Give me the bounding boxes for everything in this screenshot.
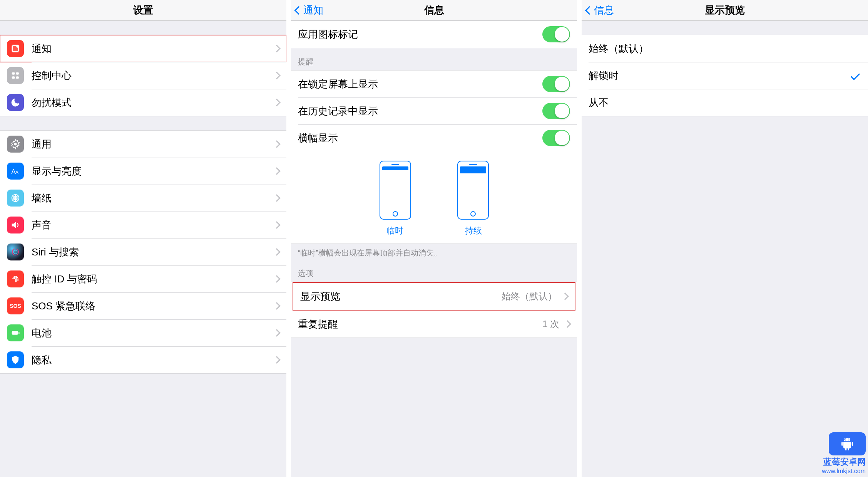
row-siri[interactable]: Siri 与搜索 xyxy=(0,238,286,265)
row-label: 触控 ID 与密码 xyxy=(32,272,97,286)
row-label: 控制中心 xyxy=(32,69,72,82)
svg-rect-15 xyxy=(18,332,19,334)
row-display[interactable]: AA 显示与亮度 xyxy=(0,158,286,185)
watermark-logo-icon xyxy=(829,432,866,455)
row-label: 通知 xyxy=(32,42,52,55)
back-button[interactable]: 信息 xyxy=(586,0,614,20)
row-label: 在历史记录中显示 xyxy=(298,104,378,118)
svg-point-16 xyxy=(845,440,846,441)
row-label: 始终（默认） xyxy=(589,42,649,55)
row-label: 显示预览 xyxy=(300,290,340,303)
row-history[interactable]: 在历史记录中显示 xyxy=(291,97,577,124)
notifications-icon xyxy=(7,40,24,57)
back-button[interactable]: 通知 xyxy=(296,0,323,20)
nav-bar: 通知 信息 xyxy=(291,0,577,21)
badge-group: 应用图标标记 xyxy=(291,21,577,48)
row-label: 隐私 xyxy=(32,353,52,367)
row-battery[interactable]: 电池 xyxy=(0,319,286,346)
back-label: 信息 xyxy=(594,3,614,17)
row-label: 应用图标标记 xyxy=(298,28,358,41)
chevron-right-icon xyxy=(273,167,281,175)
option-always[interactable]: 始终（默认） xyxy=(582,35,868,62)
row-label: 电池 xyxy=(32,326,52,340)
row-touchid[interactable]: 触控 ID 与密码 xyxy=(0,265,286,292)
dnd-icon xyxy=(7,94,24,111)
chevron-right-icon xyxy=(273,72,281,79)
nav-bar: 设置 xyxy=(0,0,286,21)
chevron-right-icon xyxy=(273,99,281,106)
preview-options-group: 始终（默认） 解锁时 从不 xyxy=(582,35,868,116)
option-never[interactable]: 从不 xyxy=(582,89,868,116)
row-general[interactable]: 通用 xyxy=(0,131,286,158)
row-label: 从不 xyxy=(589,96,609,109)
watermark-url: www.lmkjst.com xyxy=(822,468,866,475)
row-repeat-alert[interactable]: 重复提醒 1 次 xyxy=(291,311,577,338)
svg-rect-14 xyxy=(12,331,18,334)
show-preview-pane: 信息 显示预览 始终（默认） 解锁时 从不 蓝莓安卓网 www.lmkjst.c… xyxy=(577,0,868,477)
chevron-right-icon xyxy=(273,329,281,337)
settings-group-2: 通用 AA 显示与亮度 墙纸 声音 xyxy=(0,130,286,374)
chevron-right-icon xyxy=(273,302,281,310)
row-label: 墙纸 xyxy=(32,191,52,205)
page-title: 信息 xyxy=(424,3,444,17)
row-lockscreen[interactable]: 在锁定屏幕上显示 xyxy=(291,71,577,97)
section-header-alerts: 提醒 xyxy=(291,48,577,70)
touchid-icon xyxy=(7,270,24,287)
toggle-switch[interactable] xyxy=(542,130,570,146)
toggle-switch[interactable] xyxy=(542,76,570,92)
row-label: SOS 紧急联络 xyxy=(32,299,95,313)
privacy-icon xyxy=(7,351,24,368)
banner-temp-label: 临时 xyxy=(386,225,403,237)
row-detail: 始终（默认） xyxy=(502,290,557,302)
row-badge[interactable]: 应用图标标记 xyxy=(291,21,577,48)
row-sounds[interactable]: 声音 xyxy=(0,212,286,238)
chevron-right-icon xyxy=(273,248,281,256)
svg-rect-3 xyxy=(12,72,15,75)
banner-style-preview xyxy=(291,151,577,225)
svg-point-12 xyxy=(12,249,18,255)
settings-pane: 设置 通知 控制中心 勿扰模式 xyxy=(0,0,286,477)
toggle-switch[interactable] xyxy=(542,103,570,119)
svg-rect-5 xyxy=(12,76,15,79)
row-label: 显示与亮度 xyxy=(32,165,82,178)
toggle-switch[interactable] xyxy=(542,26,570,42)
alerts-group: 在锁定屏幕上显示 在历史记录中显示 横幅显示 xyxy=(291,70,577,244)
section-header-options: 选项 xyxy=(291,260,577,282)
row-label: 在锁定屏幕上显示 xyxy=(298,77,378,91)
siri-icon xyxy=(7,244,24,260)
control-center-icon xyxy=(7,67,24,84)
sounds-icon xyxy=(7,217,24,233)
chevron-right-icon xyxy=(273,275,281,283)
row-banner[interactable]: 横幅显示 xyxy=(291,124,577,151)
row-label: 重复提醒 xyxy=(298,317,338,331)
row-dnd[interactable]: 勿扰模式 xyxy=(0,89,286,116)
chevron-right-icon xyxy=(273,194,281,202)
svg-text:A: A xyxy=(12,168,16,175)
row-notifications[interactable]: 通知 xyxy=(0,35,286,62)
banner-temporary-option[interactable] xyxy=(380,161,411,220)
general-icon xyxy=(7,136,24,153)
row-wallpaper[interactable]: 墙纸 xyxy=(0,185,286,212)
svg-point-17 xyxy=(848,440,850,441)
row-control-center[interactable]: 控制中心 xyxy=(0,62,286,89)
chevron-right-icon xyxy=(273,221,281,229)
banner-persistent-option[interactable] xyxy=(457,161,489,220)
chevron-right-icon xyxy=(273,45,281,52)
nav-bar: 信息 显示预览 xyxy=(582,0,868,21)
watermark-title: 蓝莓安卓网 xyxy=(823,456,866,468)
page-title: 设置 xyxy=(133,3,153,17)
option-when-unlocked[interactable]: 解锁时 xyxy=(582,62,868,89)
chevron-right-icon xyxy=(273,356,281,364)
row-privacy[interactable]: 隐私 xyxy=(0,346,286,373)
chevron-left-icon xyxy=(585,6,594,15)
display-icon: AA xyxy=(7,163,24,180)
row-detail: 1 次 xyxy=(542,318,559,330)
watermark: 蓝莓安卓网 www.lmkjst.com xyxy=(822,432,866,475)
svg-rect-19 xyxy=(852,442,853,446)
row-label: 勿扰模式 xyxy=(32,96,72,109)
row-show-preview[interactable]: 显示预览 始终（默认） xyxy=(293,283,575,310)
svg-rect-6 xyxy=(16,76,19,79)
row-sos[interactable]: SOS SOS 紧急联络 xyxy=(0,292,286,319)
back-label: 通知 xyxy=(303,3,323,17)
banner-persist-label: 持续 xyxy=(465,225,482,237)
